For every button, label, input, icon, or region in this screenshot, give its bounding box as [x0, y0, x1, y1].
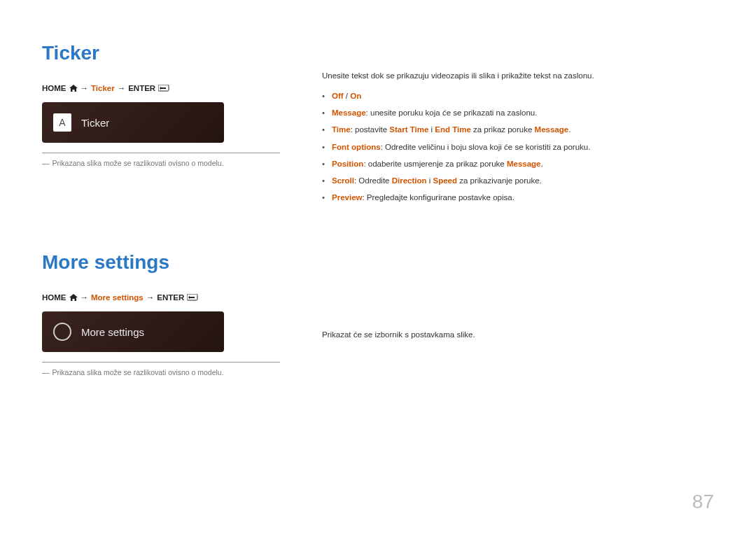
bullet-font-options: Font options: Odredite veličinu i boju s…: [322, 141, 714, 153]
key-direction: Direction: [392, 176, 427, 185]
enter-icon: [158, 85, 169, 92]
bullet-preview: Preview: Pregledajte konfigurirane posta…: [322, 192, 714, 203]
key-time: Time: [332, 125, 351, 134]
breadcrumb-enter: ENTER: [128, 84, 155, 92]
label-on: On: [350, 92, 361, 100]
home-icon: [69, 85, 78, 92]
bullet-list-ticker: Off / On Message: unesite poruku koja će…: [322, 90, 714, 203]
right-column: Unesite tekst dok se prikazuju videozapi…: [322, 42, 714, 382]
text-preview: : Pregledajte konfigurirane postavke opi…: [362, 193, 514, 202]
and: i: [428, 125, 435, 134]
key-preview: Preview: [332, 193, 362, 202]
key-position: Position: [332, 160, 363, 168]
key-end-time: End Time: [435, 125, 471, 134]
bullet-scroll: Scroll: Odredite Direction i Speed za pr…: [322, 175, 714, 186]
section-more-settings-right: Prikazat će se izbornik s postavkama sli…: [322, 329, 714, 341]
dot: .: [541, 160, 543, 168]
bullet-time: Time: postavite Start Time i End Time za…: [322, 124, 714, 135]
breadcrumb-enter: ENTER: [157, 293, 184, 302]
t2: za prikaz poruke: [471, 125, 535, 134]
key-message: Message: [332, 108, 366, 117]
page-number: 87: [692, 491, 714, 513]
left-column: Ticker HOME → Ticker → ENTER A: [42, 42, 280, 382]
t1: : odaberite usmjerenje za prikaz poruke: [363, 160, 507, 168]
text-message: : unesite poruku koja će se prikazati na…: [366, 108, 538, 117]
breadcrumb-ticker: HOME → Ticker → ENTER: [42, 84, 280, 92]
tile-label: More settings: [81, 326, 144, 338]
note-ticker: ―Prikazana slika može se razlikovati ovi…: [42, 159, 280, 167]
label-off: Off: [332, 92, 344, 100]
section-more-settings-left: More settings HOME → More settings → ENT…: [42, 251, 280, 377]
key-message-ref: Message: [507, 160, 541, 168]
breadcrumb-ticker-label: Ticker: [91, 84, 115, 92]
key-font-options: Font options: [332, 143, 381, 151]
key-message-ref: Message: [535, 125, 569, 134]
document-page: Ticker HOME → Ticker → ENTER A: [0, 0, 756, 534]
breadcrumb-more-settings-label: More settings: [91, 293, 144, 302]
section-heading-ticker: Ticker: [42, 42, 280, 64]
tile-label: Ticker: [81, 117, 109, 129]
breadcrumb-arrow: →: [118, 84, 126, 92]
note-more-settings: ―Prikazana slika može se razlikovati ovi…: [42, 368, 280, 377]
separator: [42, 362, 280, 363]
bullet-off-on: Off / On: [322, 90, 714, 101]
tile-ticker: A Ticker: [42, 102, 224, 143]
note-dash: ―: [42, 368, 50, 377]
text-font: : Odredite veličinu i boju slova koji će…: [381, 143, 591, 151]
bullet-position: Position: odaberite usmjerenje za prikaz…: [322, 158, 714, 169]
breadcrumb-arrow: →: [80, 293, 89, 302]
note-dash: ―: [42, 159, 50, 167]
enter-icon: [187, 294, 198, 301]
section-heading-more-settings: More settings: [42, 251, 280, 274]
separator: [42, 153, 280, 153]
key-start-time: Start Time: [389, 125, 428, 134]
key-scroll: Scroll: [332, 176, 354, 185]
note-text: Prikazana slika može se razlikovati ovis…: [52, 159, 224, 167]
breadcrumb-home: HOME: [42, 84, 66, 92]
breadcrumb-more-settings: HOME → More settings → ENTER: [42, 293, 280, 302]
dot: .: [568, 125, 570, 134]
tile-more-settings: More settings: [42, 311, 224, 352]
section-ticker-left: Ticker HOME → Ticker → ENTER A: [42, 42, 280, 167]
intro-ticker: Unesite tekst dok se prikazuju videozapi…: [322, 70, 714, 82]
intro-more-settings: Prikazat će se izbornik s postavkama sli…: [322, 329, 714, 341]
bullet-message: Message: unesite poruku koja će se prika…: [322, 107, 714, 118]
section-ticker-right: Unesite tekst dok se prikazuju videozapi…: [322, 70, 714, 203]
circle-icon: [53, 323, 71, 341]
tile-letter-icon: A: [53, 113, 71, 132]
t2: za prikazivanje poruke.: [457, 176, 542, 185]
breadcrumb-home: HOME: [42, 293, 66, 302]
two-column-layout: Ticker HOME → Ticker → ENTER A: [42, 42, 714, 382]
note-text: Prikazana slika može se razlikovati ovis…: [52, 368, 224, 377]
breadcrumb-arrow: →: [146, 293, 155, 302]
t1: : postavite: [351, 125, 390, 134]
key-speed: Speed: [433, 176, 457, 185]
home-icon: [69, 294, 78, 301]
breadcrumb-arrow: →: [80, 84, 89, 92]
slash: /: [344, 92, 351, 100]
t1: : Odredite: [354, 176, 392, 185]
